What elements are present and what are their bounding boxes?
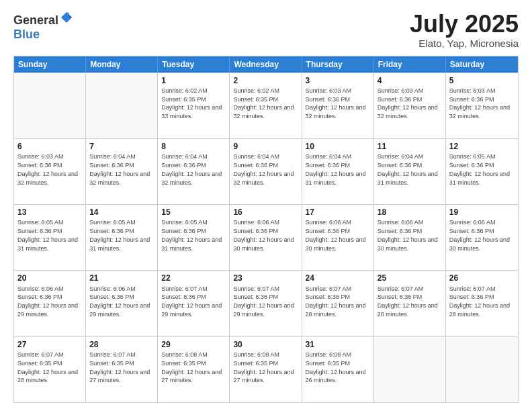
- day-number: 10: [306, 141, 370, 152]
- cal-cell: 2Sunrise: 6:02 AM Sunset: 6:35 PM Daylig…: [230, 73, 302, 138]
- day-number: 11: [378, 141, 442, 152]
- day-info: Sunrise: 6:03 AM Sunset: 6:36 PM Dayligh…: [449, 87, 510, 120]
- day-info: Sunrise: 6:07 AM Sunset: 6:36 PM Dayligh…: [306, 285, 366, 318]
- week-row-4: 20Sunrise: 6:06 AM Sunset: 6:36 PM Dayli…: [14, 270, 518, 336]
- day-info: Sunrise: 6:03 AM Sunset: 6:36 PM Dayligh…: [17, 153, 78, 185]
- cal-cell: 20Sunrise: 6:06 AM Sunset: 6:36 PM Dayli…: [14, 271, 86, 336]
- cal-cell: 27Sunrise: 6:07 AM Sunset: 6:35 PM Dayli…: [14, 337, 86, 402]
- day-number: 1: [161, 75, 226, 86]
- day-number: 5: [449, 75, 515, 86]
- day-info: Sunrise: 6:06 AM Sunset: 6:36 PM Dayligh…: [378, 219, 438, 251]
- cal-cell: 3Sunrise: 6:03 AM Sunset: 6:36 PM Daylig…: [302, 73, 374, 138]
- logo-blue: Blue: [13, 28, 40, 41]
- day-info: Sunrise: 6:07 AM Sunset: 6:35 PM Dayligh…: [17, 351, 78, 383]
- day-number: 9: [233, 141, 298, 152]
- logo-text: General Blue: [13, 11, 73, 42]
- day-info: Sunrise: 6:04 AM Sunset: 6:36 PM Dayligh…: [161, 153, 222, 185]
- day-info: Sunrise: 6:06 AM Sunset: 6:36 PM Dayligh…: [449, 219, 510, 251]
- calendar-body: 1Sunrise: 6:02 AM Sunset: 6:35 PM Daylig…: [14, 73, 518, 402]
- day-info: Sunrise: 6:07 AM Sunset: 6:35 PM Dayligh…: [89, 351, 150, 383]
- day-number: 12: [449, 141, 515, 152]
- week-row-1: 1Sunrise: 6:02 AM Sunset: 6:35 PM Daylig…: [14, 73, 518, 138]
- cal-cell: 31Sunrise: 6:08 AM Sunset: 6:35 PM Dayli…: [302, 337, 374, 402]
- day-number: 23: [233, 273, 298, 283]
- cal-cell: 9Sunrise: 6:04 AM Sunset: 6:36 PM Daylig…: [230, 139, 302, 204]
- day-info: Sunrise: 6:08 AM Sunset: 6:35 PM Dayligh…: [161, 351, 222, 383]
- cal-cell: 13Sunrise: 6:05 AM Sunset: 6:36 PM Dayli…: [14, 205, 86, 270]
- day-info: Sunrise: 6:05 AM Sunset: 6:36 PM Dayligh…: [161, 219, 222, 251]
- cal-cell: 25Sunrise: 6:07 AM Sunset: 6:36 PM Dayli…: [374, 271, 446, 336]
- day-info: Sunrise: 6:08 AM Sunset: 6:35 PM Dayligh…: [306, 351, 366, 383]
- day-info: Sunrise: 6:06 AM Sunset: 6:36 PM Dayligh…: [306, 219, 366, 251]
- day-number: 25: [378, 273, 442, 283]
- cal-cell: 11Sunrise: 6:04 AM Sunset: 6:36 PM Dayli…: [374, 139, 446, 204]
- cal-cell: 22Sunrise: 6:07 AM Sunset: 6:36 PM Dayli…: [158, 271, 230, 336]
- day-info: Sunrise: 6:07 AM Sunset: 6:36 PM Dayligh…: [378, 285, 438, 318]
- day-number: 3: [306, 75, 370, 86]
- day-number: 20: [17, 273, 82, 283]
- cal-cell: 16Sunrise: 6:06 AM Sunset: 6:36 PM Dayli…: [230, 205, 302, 270]
- day-number: 6: [17, 141, 82, 152]
- cal-cell: [14, 73, 86, 138]
- day-number: 4: [378, 75, 442, 86]
- day-header-sunday: Sunday: [14, 56, 86, 73]
- day-number: 18: [378, 207, 442, 218]
- day-number: 17: [306, 207, 370, 218]
- day-number: 29: [161, 339, 226, 350]
- cal-cell: 26Sunrise: 6:07 AM Sunset: 6:36 PM Dayli…: [446, 271, 518, 336]
- cal-cell: 4Sunrise: 6:03 AM Sunset: 6:36 PM Daylig…: [374, 73, 446, 138]
- cal-cell: 8Sunrise: 6:04 AM Sunset: 6:36 PM Daylig…: [158, 139, 230, 204]
- logo-icon: [60, 11, 73, 24]
- day-info: Sunrise: 6:08 AM Sunset: 6:35 PM Dayligh…: [233, 351, 294, 383]
- day-header-monday: Monday: [86, 56, 158, 73]
- day-info: Sunrise: 6:05 AM Sunset: 6:36 PM Dayligh…: [89, 219, 150, 251]
- day-info: Sunrise: 6:07 AM Sunset: 6:36 PM Dayligh…: [233, 285, 294, 318]
- day-number: 13: [17, 207, 82, 218]
- day-number: 27: [17, 339, 82, 350]
- day-header-wednesday: Wednesday: [230, 56, 302, 73]
- day-number: 15: [161, 207, 226, 218]
- cal-cell: [446, 337, 518, 402]
- cal-cell: 10Sunrise: 6:04 AM Sunset: 6:36 PM Dayli…: [302, 139, 374, 204]
- day-info: Sunrise: 6:04 AM Sunset: 6:36 PM Dayligh…: [306, 153, 366, 185]
- day-info: Sunrise: 6:02 AM Sunset: 6:35 PM Dayligh…: [161, 87, 222, 120]
- week-row-3: 13Sunrise: 6:05 AM Sunset: 6:36 PM Dayli…: [14, 204, 518, 270]
- day-number: 22: [161, 273, 226, 283]
- day-number: 26: [449, 273, 515, 283]
- cal-cell: 24Sunrise: 6:07 AM Sunset: 6:36 PM Dayli…: [302, 271, 374, 336]
- day-info: Sunrise: 6:04 AM Sunset: 6:36 PM Dayligh…: [233, 153, 294, 185]
- day-info: Sunrise: 6:04 AM Sunset: 6:36 PM Dayligh…: [378, 153, 438, 185]
- day-info: Sunrise: 6:03 AM Sunset: 6:36 PM Dayligh…: [378, 87, 438, 120]
- day-number: 14: [89, 207, 154, 218]
- day-number: 30: [233, 339, 298, 350]
- logo-general: General: [13, 13, 58, 27]
- day-info: Sunrise: 6:07 AM Sunset: 6:36 PM Dayligh…: [161, 285, 222, 318]
- day-info: Sunrise: 6:02 AM Sunset: 6:35 PM Dayligh…: [233, 87, 294, 120]
- day-info: Sunrise: 6:03 AM Sunset: 6:36 PM Dayligh…: [306, 87, 366, 120]
- day-info: Sunrise: 6:06 AM Sunset: 6:36 PM Dayligh…: [17, 285, 78, 318]
- day-number: 21: [89, 273, 154, 283]
- day-number: 7: [89, 141, 154, 152]
- day-number: 24: [306, 273, 370, 283]
- day-number: 2: [233, 75, 298, 86]
- cal-cell: 6Sunrise: 6:03 AM Sunset: 6:36 PM Daylig…: [14, 139, 86, 204]
- cal-cell: 21Sunrise: 6:06 AM Sunset: 6:36 PM Dayli…: [86, 271, 158, 336]
- header: General Blue July 2025 Elato, Yap, Micro…: [13, 11, 519, 49]
- day-number: 16: [233, 207, 298, 218]
- cal-cell: 15Sunrise: 6:05 AM Sunset: 6:36 PM Dayli…: [158, 205, 230, 270]
- calendar-header: SundayMondayTuesdayWednesdayThursdayFrid…: [14, 56, 518, 73]
- cal-cell: 1Sunrise: 6:02 AM Sunset: 6:35 PM Daylig…: [158, 73, 230, 138]
- day-info: Sunrise: 6:05 AM Sunset: 6:36 PM Dayligh…: [17, 219, 78, 251]
- cal-cell: 30Sunrise: 6:08 AM Sunset: 6:35 PM Dayli…: [230, 337, 302, 402]
- day-number: 19: [449, 207, 515, 218]
- page: General Blue July 2025 Elato, Yap, Micro…: [0, 0, 532, 411]
- cal-cell: 29Sunrise: 6:08 AM Sunset: 6:35 PM Dayli…: [158, 337, 230, 402]
- location-title: Elato, Yap, Micronesia: [410, 38, 519, 49]
- cal-cell: 23Sunrise: 6:07 AM Sunset: 6:36 PM Dayli…: [230, 271, 302, 336]
- day-info: Sunrise: 6:05 AM Sunset: 6:36 PM Dayligh…: [449, 153, 510, 185]
- cal-cell: [86, 73, 158, 138]
- day-header-friday: Friday: [374, 56, 446, 73]
- cal-cell: 17Sunrise: 6:06 AM Sunset: 6:36 PM Dayli…: [302, 205, 374, 270]
- cal-cell: 18Sunrise: 6:06 AM Sunset: 6:36 PM Dayli…: [374, 205, 446, 270]
- day-header-thursday: Thursday: [302, 56, 374, 73]
